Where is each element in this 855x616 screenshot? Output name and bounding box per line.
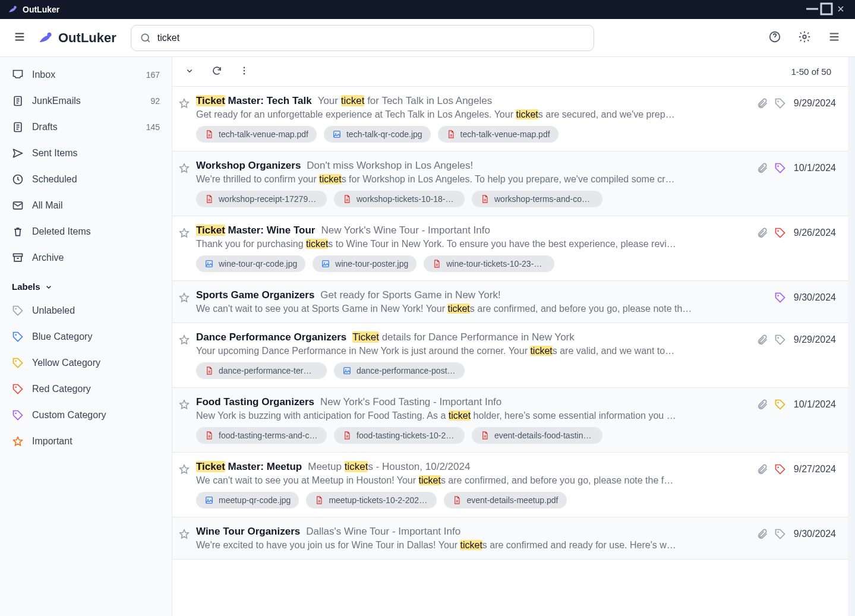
- email-list[interactable]: Ticket Master: Tech Talk Your ticket for…: [172, 87, 848, 616]
- attachment-chip[interactable]: event-details-food-tasting…: [472, 427, 602, 444]
- attachment-chip[interactable]: dance-performance-term…: [196, 362, 327, 379]
- sidebar-folder-junkemails[interactable]: JunkEmails 92: [0, 88, 172, 114]
- window-close-button[interactable]: [834, 5, 848, 14]
- mail-icon: [12, 200, 24, 211]
- attachment-chip[interactable]: workshop-receipt-172790…: [196, 191, 327, 207]
- email-row[interactable]: Dance Performance Organizers Ticket deta…: [172, 323, 848, 388]
- email-subject: Don't miss Workshop in Los Angeles!: [307, 160, 473, 172]
- hamburger-button[interactable]: [10, 27, 30, 49]
- search-box[interactable]: [131, 25, 594, 51]
- sidebar-label-unlabeled[interactable]: Unlabeled: [0, 298, 172, 324]
- attachment-chip[interactable]: workshop-tickets-10-18-2…: [334, 191, 465, 207]
- attachment-chip[interactable]: dance-performance-poste…: [334, 362, 465, 379]
- attachment-name: wine-tour-qr-code.jpg: [219, 259, 297, 268]
- star-icon: [178, 227, 190, 239]
- email-row[interactable]: Workshop Organizers Don't miss Workshop …: [172, 151, 848, 216]
- sidebar-label-important[interactable]: Important: [0, 428, 172, 454]
- select-all-dropdown[interactable]: [184, 65, 195, 78]
- sidebar-folder-scheduled[interactable]: Scheduled: [0, 166, 172, 192]
- star-button[interactable]: [178, 225, 190, 241]
- attachment-chip[interactable]: tech-talk-venue-map.pdf: [438, 126, 559, 143]
- paperclip-icon: [756, 334, 768, 346]
- email-row[interactable]: Ticket Master: Meetup Meetup tickets - H…: [172, 453, 848, 517]
- document-icon: [432, 259, 441, 268]
- attachment-chip[interactable]: food-tasting-terms-and-co…: [196, 427, 327, 444]
- settings-button[interactable]: [793, 26, 816, 50]
- sidebar-label-yellow-category[interactable]: Yellow Category: [0, 350, 172, 376]
- tag-icon: [774, 463, 786, 475]
- sidebar-label-custom-category[interactable]: Custom Category: [0, 402, 172, 428]
- folder-label: Sent Items: [32, 148, 77, 159]
- attachment-name: food-tasting-terms-and-co…: [219, 431, 318, 440]
- star-button[interactable]: [178, 289, 190, 305]
- folder-label: Archive: [32, 252, 64, 263]
- attachment-chip[interactable]: meetup-qr-code.jpg: [196, 492, 299, 508]
- sidebar-folder-deleted-items[interactable]: Deleted Items: [0, 219, 172, 245]
- attachment-name: meetup-tickets-10-2-2024…: [329, 495, 428, 505]
- star-icon: [178, 334, 190, 346]
- paperclip-icon: [756, 97, 768, 109]
- app-menu-button[interactable]: [823, 26, 845, 50]
- email-row[interactable]: Food Tasting Organizers New York's Food …: [172, 388, 848, 453]
- attachment-chip[interactable]: tech-talk-qr-code.jpg: [324, 126, 431, 143]
- star-button[interactable]: [178, 160, 190, 176]
- star-button[interactable]: [178, 396, 190, 412]
- image-icon: [321, 259, 330, 268]
- attachment-chip[interactable]: event-details-meetup.pdf: [444, 492, 566, 508]
- trash-icon: [12, 226, 24, 238]
- sidebar-label-red-category[interactable]: Red Category: [0, 376, 172, 402]
- document-icon: [204, 366, 214, 375]
- attachment-name: food-tasting-tickets-10-24…: [356, 431, 456, 440]
- attachment-chip[interactable]: food-tasting-tickets-10-24…: [334, 427, 465, 444]
- sidebar-folder-archive[interactable]: Archive: [0, 245, 172, 271]
- brand-name: OutLuker: [58, 30, 116, 46]
- attachment-name: wine-tour-poster.jpg: [335, 259, 408, 268]
- email-sender: Workshop Organizers: [196, 160, 301, 172]
- document-icon: [204, 129, 214, 139]
- sidebar-folder-sent-items[interactable]: Sent Items: [0, 140, 172, 166]
- main-panel: 1-50 of 50 Ticket Master: Tech Talk Your…: [172, 57, 848, 616]
- search-icon: [140, 32, 152, 44]
- email-row[interactable]: Sports Game Organizers Get ready for Spo…: [172, 281, 848, 323]
- labels-section-title[interactable]: Labels: [0, 271, 172, 298]
- sidebar-folder-all-mail[interactable]: All Mail: [0, 192, 172, 219]
- tag-icon: [12, 357, 24, 369]
- window-maximize-button[interactable]: [819, 2, 834, 18]
- attachment-chip[interactable]: wine-tour-poster.jpg: [313, 255, 417, 272]
- refresh-button[interactable]: [212, 65, 222, 78]
- star-icon: [178, 463, 190, 475]
- search-input[interactable]: [157, 33, 585, 43]
- label-text: Custom Category: [32, 410, 106, 421]
- label-text: Yellow Category: [32, 358, 100, 368]
- attachment-chip[interactable]: meetup-tickets-10-2-2024…: [306, 492, 437, 508]
- document-icon: [204, 431, 214, 440]
- attachment-chip[interactable]: workshop-terms-and-con…: [472, 191, 602, 207]
- pager-text: 1-50 of 50: [791, 67, 831, 77]
- folder-count: 145: [146, 122, 160, 132]
- sidebar-folder-drafts[interactable]: Drafts 145: [0, 114, 172, 140]
- star-button[interactable]: [178, 526, 190, 542]
- email-row[interactable]: Ticket Master: Tech Talk Your ticket for…: [172, 87, 848, 151]
- email-row[interactable]: Ticket Master: Wine Tour New York's Wine…: [172, 216, 848, 281]
- star-button[interactable]: [178, 461, 190, 477]
- attachment-name: dance-performance-poste…: [356, 366, 456, 375]
- help-button[interactable]: [763, 26, 786, 50]
- sidebar-folder-inbox[interactable]: Inbox 167: [0, 62, 172, 88]
- window-minimize-button[interactable]: [805, 2, 819, 18]
- email-date: 9/26/2024: [792, 228, 836, 238]
- star-button[interactable]: [178, 331, 190, 348]
- email-row[interactable]: Wine Tour Organizers Dallas's Wine Tour …: [172, 517, 848, 560]
- menu-icon: [828, 30, 841, 43]
- attachment-chip[interactable]: wine-tour-qr-code.jpg: [196, 255, 305, 272]
- email-snippet: We're excited to have you join us for Wi…: [196, 540, 750, 551]
- titlebar: OutLuker: [0, 0, 855, 19]
- email-date: 10/1/2024: [792, 399, 836, 410]
- attachment-chip[interactable]: tech-talk-venue-map.pdf: [196, 126, 317, 143]
- star-button[interactable]: [178, 95, 190, 111]
- image-icon: [204, 259, 214, 268]
- more-actions-button[interactable]: [239, 65, 250, 78]
- attachment-name: event-details-meetup.pdf: [466, 495, 558, 505]
- attachment-chip[interactable]: wine-tour-tickets-10-23-2…: [424, 255, 554, 272]
- clock-icon: [12, 173, 24, 185]
- sidebar-label-blue-category[interactable]: Blue Category: [0, 324, 172, 350]
